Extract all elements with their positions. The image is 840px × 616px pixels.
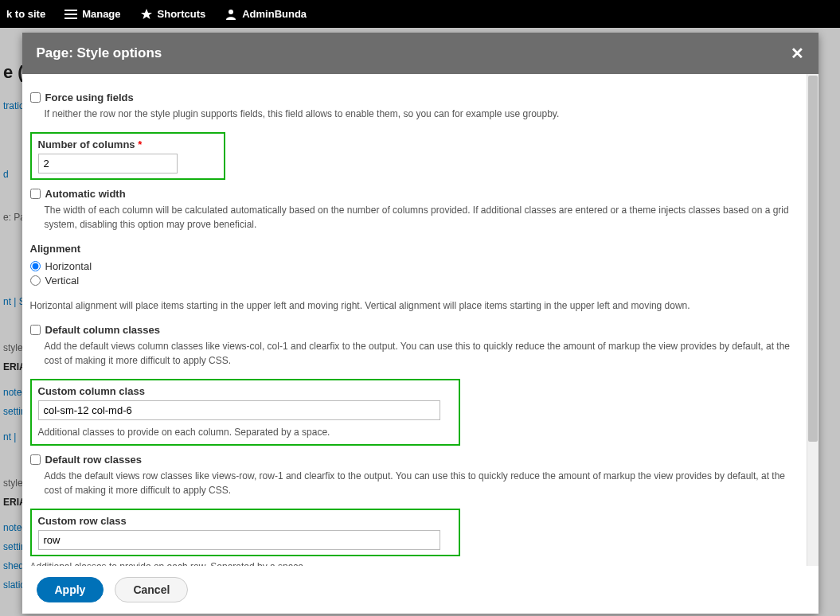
svg-rect-2 xyxy=(64,18,77,19)
svg-rect-1 xyxy=(64,14,77,15)
manage-label: Manage xyxy=(82,8,120,20)
svg-rect-0 xyxy=(64,10,77,11)
back-to-site-link[interactable]: k to site xyxy=(6,8,45,20)
manage-link[interactable]: Manage xyxy=(64,8,120,21)
shortcuts-link[interactable]: Shortcuts xyxy=(140,8,206,21)
hamburger-icon xyxy=(64,8,77,21)
svg-point-4 xyxy=(229,10,233,14)
user-label: AdminBunda xyxy=(242,8,307,20)
star-icon xyxy=(140,8,153,21)
admin-toolbar: k to site Manage Shortcuts AdminBunda xyxy=(0,0,840,28)
user-link[interactable]: AdminBunda xyxy=(225,8,307,21)
shortcuts-label: Shortcuts xyxy=(158,8,206,20)
back-label: k to site xyxy=(6,8,45,20)
user-icon xyxy=(225,8,237,21)
svg-marker-3 xyxy=(141,9,152,19)
